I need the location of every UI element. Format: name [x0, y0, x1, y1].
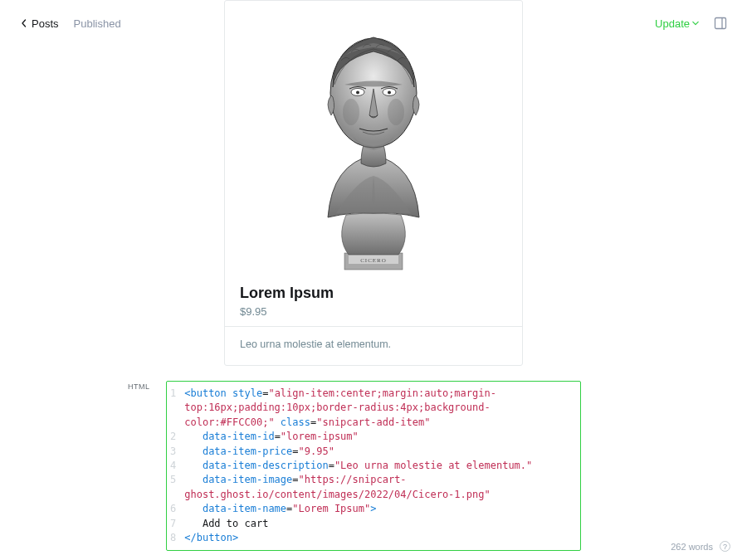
topbar-right: Update	[655, 17, 727, 30]
product-image-bust-icon: CICERO	[286, 6, 461, 271]
chevron-left-icon	[20, 19, 28, 27]
svg-point-11	[388, 99, 404, 125]
code-token: <button	[184, 387, 227, 399]
code-token: data-item-id	[184, 431, 274, 442]
update-button-label: Update	[655, 17, 690, 30]
code-token: "lorem-ipsum"	[281, 431, 359, 442]
settings-panel-toggle-icon[interactable]	[714, 17, 727, 30]
word-count: 262 words	[671, 542, 713, 552]
code-token: data-item-description	[184, 460, 328, 471]
code-token: =	[292, 474, 298, 485]
update-button[interactable]: Update	[655, 17, 699, 30]
code-content[interactable]: <button style="align-item:center;margin:…	[184, 387, 574, 545]
editor-footer: 262 words ?	[671, 541, 730, 552]
html-card[interactable]: HTML 1 2 3 4 5 6 7 8 <button style="alig…	[166, 381, 581, 551]
code-token: style	[227, 387, 262, 399]
svg-rect-0	[715, 18, 726, 29]
back-to-posts-link[interactable]: Posts	[20, 17, 59, 30]
post-status-label: Published	[74, 17, 121, 30]
topbar-left: Posts Published	[20, 17, 121, 30]
code-token: =	[275, 431, 281, 442]
code-token: "Lorem Ipsum"	[292, 503, 370, 514]
editor-content: CICERO	[166, 0, 581, 560]
code-token: "9.95"	[299, 446, 334, 457]
svg-point-9	[388, 91, 391, 95]
html-code-editor[interactable]: 1 2 3 4 5 6 7 8 <button style="align-ite…	[166, 381, 581, 551]
code-token: class	[275, 416, 310, 428]
code-token: >	[370, 503, 376, 514]
code-token: Add to cart	[184, 518, 268, 529]
code-token: data-item-name	[184, 503, 286, 514]
code-token: "snipcart-add-item"	[316, 416, 430, 428]
svg-text:CICERO: CICERO	[360, 257, 387, 264]
code-token: data-item-price	[184, 446, 292, 457]
code-token: data-item-image	[184, 474, 292, 485]
code-token: =	[329, 460, 334, 471]
back-link-label: Posts	[32, 17, 59, 30]
svg-point-10	[343, 99, 359, 125]
code-token: </button>	[184, 532, 238, 543]
code-gutter: 1 2 3 4 5 6 7 8	[170, 387, 184, 545]
code-token: "Leo urna molestie at elementum."	[334, 460, 532, 471]
help-icon[interactable]: ?	[720, 541, 730, 552]
product-card[interactable]: CICERO	[224, 0, 523, 366]
product-price: $9.95	[225, 305, 522, 326]
html-card-label: HTML	[128, 382, 150, 391]
product-title: Lorem Ipsum	[225, 276, 522, 305]
chevron-down-icon	[692, 20, 699, 27]
product-image-wrap: CICERO	[225, 1, 522, 276]
code-token: =	[292, 446, 298, 457]
product-description: Leo urna molestie at elementum.	[225, 326, 522, 365]
svg-point-8	[356, 91, 359, 95]
